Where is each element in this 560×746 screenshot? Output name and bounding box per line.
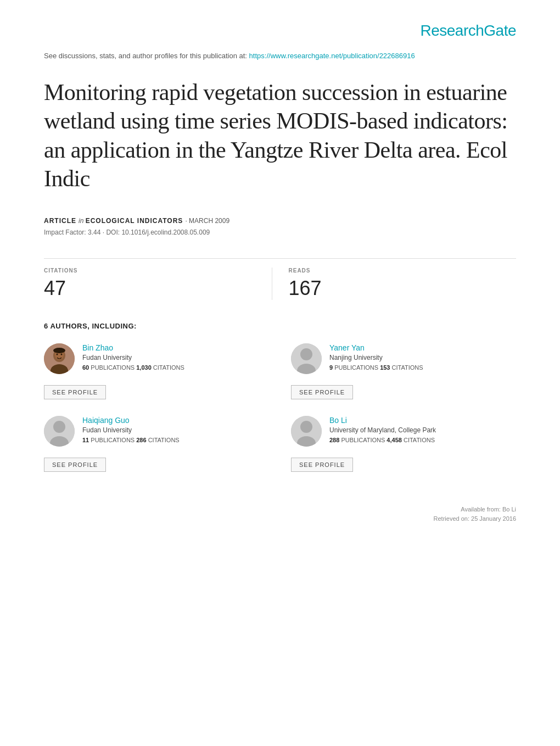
- author-info-yaner-yan: Yaner Yan Nanjing University 9 PUBLICATI…: [329, 343, 423, 371]
- svg-point-11: [53, 421, 65, 433]
- footer: Available from: Bo Li Retrieved on: 25 J…: [44, 505, 516, 524]
- author-card-bin-zhao: Bin Zhao Fudan University 60 PUBLICATION…: [44, 343, 269, 399]
- author-avatar-yaner-yan: [291, 343, 322, 374]
- article-type: ARTICLE: [44, 217, 76, 225]
- reads-label: READS: [289, 268, 517, 274]
- author-affiliation-bin-zhao: Fudan University: [82, 354, 184, 361]
- author-top-bo-li: Bo Li University of Maryland, College Pa…: [291, 416, 516, 447]
- stats-section: CITATIONS 47 READS 167: [44, 258, 516, 300]
- author-top-haiqiang-guo: Haiqiang Guo Fudan University 11 PUBLICA…: [44, 416, 269, 447]
- see-profile-button-bin-zhao[interactable]: SEE PROFILE: [44, 385, 106, 399]
- author-name-yaner-yan[interactable]: Yaner Yan: [329, 343, 423, 352]
- author-avatar-haiqiang-guo: [44, 416, 75, 447]
- authors-heading: 6 AUTHORS, INCLUDING:: [44, 322, 516, 330]
- author-stats-bin-zhao: 60 PUBLICATIONS 1,030 CITATIONS: [82, 364, 184, 371]
- author-affiliation-haiqiang-guo: Fudan University: [82, 426, 180, 434]
- author-top-bin-zhao: Bin Zhao Fudan University 60 PUBLICATION…: [44, 343, 269, 374]
- citations-value: 47: [44, 277, 272, 300]
- svg-point-5: [61, 353, 63, 355]
- authors-grid: Bin Zhao Fudan University 60 PUBLICATION…: [44, 343, 516, 472]
- impact-doi: Impact Factor: 3.44 · DOI: 10.1016/j.eco…: [44, 229, 516, 236]
- author-top-yaner-yan: Yaner Yan Nanjing University 9 PUBLICATI…: [291, 343, 516, 374]
- article-title: Monitoring rapid vegetation succession i…: [44, 78, 516, 193]
- see-profile-button-bo-li[interactable]: SEE PROFILE: [291, 458, 353, 472]
- author-card-haiqiang-guo: Haiqiang Guo Fudan University 11 PUBLICA…: [44, 416, 269, 472]
- author-info-haiqiang-guo: Haiqiang Guo Fudan University 11 PUBLICA…: [82, 416, 180, 443]
- author-info-bin-zhao: Bin Zhao Fudan University 60 PUBLICATION…: [82, 343, 184, 371]
- article-meta: ARTICLE in ECOLOGICAL INDICATORS · MARCH…: [44, 215, 516, 225]
- author-info-bo-li: Bo Li University of Maryland, College Pa…: [329, 416, 436, 443]
- see-profile-button-yaner-yan[interactable]: SEE PROFILE: [291, 385, 353, 399]
- author-avatar-bin-zhao: [44, 343, 75, 374]
- author-affiliation-yaner-yan: Nanjing University: [329, 354, 423, 361]
- article-in-word: in: [79, 217, 86, 225]
- author-stats-bo-li: 288 PUBLICATIONS 4,458 CITATIONS: [329, 437, 436, 443]
- reads-value: 167: [289, 277, 517, 300]
- svg-point-8: [300, 348, 312, 360]
- author-name-haiqiang-guo[interactable]: Haiqiang Guo: [82, 416, 180, 425]
- citations-block: CITATIONS 47: [44, 268, 272, 300]
- author-avatar-bo-li: [291, 416, 322, 447]
- author-name-bo-li[interactable]: Bo Li: [329, 416, 436, 425]
- intro-text: See discussions, stats, and author profi…: [44, 51, 516, 62]
- svg-point-4: [57, 353, 58, 355]
- author-stats-haiqiang-guo: 11 PUBLICATIONS 286 CITATIONS: [82, 437, 180, 443]
- researchgate-logo: ResearchGate: [420, 22, 516, 40]
- article-journal: ECOLOGICAL INDICATORS: [86, 217, 183, 225]
- article-date: MARCH 2009: [189, 217, 229, 225]
- see-profile-button-haiqiang-guo[interactable]: SEE PROFILE: [44, 458, 106, 472]
- author-name-bin-zhao[interactable]: Bin Zhao: [82, 343, 184, 352]
- authors-section: 6 AUTHORS, INCLUDING:: [44, 322, 516, 472]
- author-affiliation-bo-li: University of Maryland, College Park: [329, 426, 436, 434]
- reads-block: READS 167: [272, 268, 517, 300]
- svg-point-14: [300, 421, 312, 433]
- citations-label: CITATIONS: [44, 268, 272, 274]
- publication-link[interactable]: https://www.researchgate.net/publication…: [249, 52, 415, 60]
- author-card-yaner-yan: Yaner Yan Nanjing University 9 PUBLICATI…: [291, 343, 516, 399]
- svg-point-6: [53, 348, 65, 353]
- author-card-bo-li: Bo Li University of Maryland, College Pa…: [291, 416, 516, 472]
- author-stats-yaner-yan: 9 PUBLICATIONS 153 CITATIONS: [329, 364, 423, 371]
